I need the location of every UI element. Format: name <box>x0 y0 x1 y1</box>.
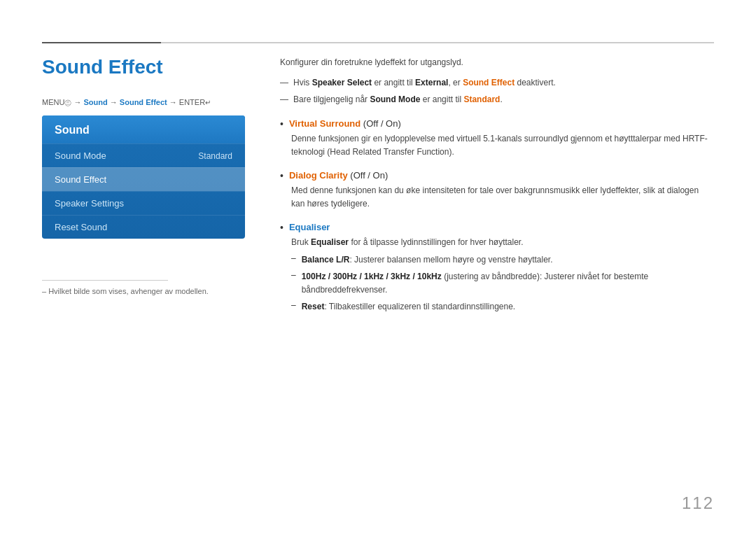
page-title: Sound Effect <box>42 56 163 78</box>
sub-item-balance: – Balance L/R: Justerer balansen mellom … <box>291 253 714 267</box>
menu-item-reset-sound-label: Reset Sound <box>55 222 107 232</box>
sub-reset-text: Reset: Tilbakestiller equalizeren til st… <box>302 300 516 314</box>
bullet-dot-1: • <box>280 118 284 129</box>
footnote: – Hvilket bilde som vises, avhenger av m… <box>42 287 209 295</box>
note-line-1-text: Hvis Speaker Select er angitt til Extern… <box>293 76 556 90</box>
equaliser-bold: Equaliser <box>311 237 349 247</box>
content-area: Konfigurer din foretrukne lydeffekt for … <box>280 56 714 319</box>
page-number: 112 <box>682 493 714 513</box>
bullet-dot-3: • <box>280 222 284 233</box>
sub-item-reset: – Reset: Tilbakestiller equalizeren til … <box>291 300 714 314</box>
footnote-text: – Hvilket bilde som vises, avhenger av m… <box>42 287 209 295</box>
bullet-dot-2: • <box>280 170 284 181</box>
section-virtual-surround: • Virtual Surround (Off / On) Denne funk… <box>280 118 714 159</box>
breadcrumb: MENU㊂ → Sound → Sound Effect → ENTER↵ <box>42 98 211 108</box>
virtual-surround-suffix: (Off / On) <box>360 118 401 129</box>
breadcrumb-menu: MENU <box>42 98 64 106</box>
sub-freq-text: 100Hz / 300Hz / 1kHz / 3kHz / 10kHz (jus… <box>302 270 714 297</box>
top-line-accent <box>42 42 161 43</box>
breadcrumb-arrow1: → <box>74 98 83 106</box>
bottom-divider <box>42 280 168 281</box>
sub-dash-1: – <box>291 253 296 263</box>
menu-item-speaker-settings[interactable]: Speaker Settings <box>42 191 245 215</box>
breadcrumb-enter: ENTER <box>179 98 205 106</box>
menu-item-sound-mode-label: Sound Mode <box>55 150 106 161</box>
reset-label: Reset <box>302 302 325 311</box>
breadcrumb-effect: Sound Effect <box>120 98 167 106</box>
dialog-clarity-suffix: (Off / On) <box>348 170 388 181</box>
equaliser-desc: Bruk Equaliser for å tilpasse lydinnstil… <box>291 236 714 249</box>
note-line-2-text: Bare tilgjengelig når Sound Mode er angi… <box>293 93 503 106</box>
virtual-surround-title: Virtual Surround (Off / On) <box>289 118 401 129</box>
note-external: External <box>415 78 448 87</box>
sub-item-freq: – 100Hz / 300Hz / 1kHz / 3kHz / 10kHz (j… <box>291 270 714 297</box>
section-equaliser: • Equaliser Bruk Equaliser for å tilpass… <box>280 222 714 314</box>
note-line-2: Bare tilgjengelig når Sound Mode er angi… <box>280 93 714 106</box>
menu-item-sound-effect[interactable]: Sound Effect <box>42 167 245 191</box>
menu-panel-title: Sound <box>42 115 245 143</box>
sound-menu-panel: Sound Sound Mode Standard Sound Effect S… <box>42 115 245 239</box>
menu-item-sound-mode-value: Standard <box>198 151 232 161</box>
dialog-clarity-desc: Med denne funksjonen kan du øke intensit… <box>291 184 714 211</box>
content-intro: Konfigurer din foretrukne lydeffekt for … <box>280 56 714 69</box>
note-speaker-select: Speaker Select <box>312 78 372 87</box>
note-line-1: Hvis Speaker Select er angitt til Extern… <box>280 76 714 90</box>
menu-item-sound-mode[interactable]: Sound Mode Standard <box>42 143 245 167</box>
virtual-surround-label: Virtual Surround <box>289 118 360 129</box>
equaliser-label: Equaliser <box>289 222 330 232</box>
freq-label: 100Hz / 300Hz / 1kHz / 3kHz / 10kHz <box>302 272 442 281</box>
dialog-clarity-title: Dialog Clarity (Off / On) <box>289 170 388 181</box>
section-virtual-surround-heading: • Virtual Surround (Off / On) <box>280 118 714 129</box>
virtual-surround-desc: Denne funksjonen gir en lydopplevelse me… <box>291 132 714 159</box>
balance-label: Balance L/R <box>302 255 350 265</box>
section-equaliser-heading: • Equaliser <box>280 222 714 233</box>
menu-item-reset-sound[interactable]: Reset Sound <box>42 215 245 239</box>
breadcrumb-arrow3: → <box>169 98 179 106</box>
dialog-clarity-label: Dialog Clarity <box>289 170 348 181</box>
section-dialog-clarity-heading: • Dialog Clarity (Off / On) <box>280 170 714 181</box>
section-dialog-clarity: • Dialog Clarity (Off / On) Med denne fu… <box>280 170 714 211</box>
sub-balance-text: Balance L/R: Justerer balansen mellom hø… <box>302 253 553 267</box>
note-standard: Standard <box>463 94 500 104</box>
menu-item-sound-effect-label: Sound Effect <box>55 174 106 185</box>
note-sound-mode: Sound Mode <box>370 94 420 104</box>
sub-dash-3: – <box>291 300 296 310</box>
sub-dash-2: – <box>291 270 296 280</box>
note-sound-effect: Sound Effect <box>463 78 514 87</box>
menu-item-speaker-settings-label: Speaker Settings <box>55 198 124 209</box>
breadcrumb-sound: Sound <box>84 98 108 106</box>
breadcrumb-arrow2: → <box>110 98 120 106</box>
